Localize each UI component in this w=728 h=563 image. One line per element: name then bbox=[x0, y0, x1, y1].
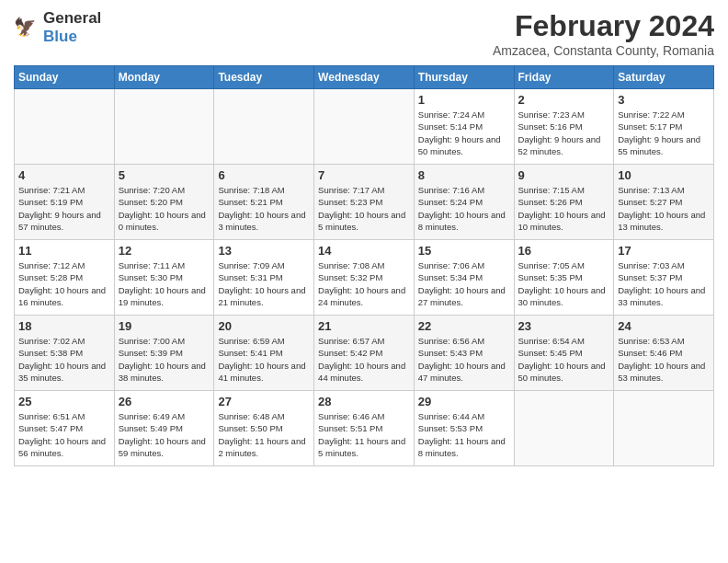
table-row: 12 Sunrise: 7:11 AM Sunset: 5:30 PM Dayl… bbox=[114, 240, 214, 316]
table-row: 5 Sunrise: 7:20 AM Sunset: 5:20 PM Dayli… bbox=[114, 165, 214, 240]
table-row: 25 Sunrise: 6:51 AM Sunset: 5:47 PM Dayl… bbox=[15, 391, 115, 466]
day-info: Sunrise: 7:12 AM Sunset: 5:28 PM Dayligh… bbox=[18, 259, 110, 308]
day-info: Sunrise: 7:24 AM Sunset: 5:14 PM Dayligh… bbox=[418, 109, 510, 157]
title-area: February 2024 Amzacea, Constanta County,… bbox=[493, 9, 714, 58]
table-row: 10 Sunrise: 7:13 AM Sunset: 5:27 PM Dayl… bbox=[614, 165, 714, 240]
day-info: Sunrise: 7:13 AM Sunset: 5:27 PM Dayligh… bbox=[618, 184, 710, 233]
day-number: 10 bbox=[618, 168, 710, 182]
day-number: 9 bbox=[518, 168, 610, 182]
table-row bbox=[314, 89, 415, 165]
day-number: 6 bbox=[218, 168, 310, 182]
calendar-row: 18 Sunrise: 7:02 AM Sunset: 5:38 PM Dayl… bbox=[15, 316, 714, 391]
day-info: Sunrise: 7:18 AM Sunset: 5:21 PM Dayligh… bbox=[218, 184, 310, 233]
col-tuesday: Tuesday bbox=[214, 66, 314, 89]
day-number: 20 bbox=[218, 319, 310, 333]
calendar-table: Sunday Monday Tuesday Wednesday Thursday… bbox=[14, 65, 714, 466]
day-info: Sunrise: 6:54 AM Sunset: 5:45 PM Dayligh… bbox=[518, 335, 610, 384]
table-row bbox=[214, 89, 314, 165]
day-number: 21 bbox=[318, 319, 410, 333]
logo-text: General bbox=[43, 9, 101, 28]
day-number: 27 bbox=[218, 395, 310, 408]
table-row: 4 Sunrise: 7:21 AM Sunset: 5:19 PM Dayli… bbox=[15, 165, 115, 240]
day-info: Sunrise: 6:44 AM Sunset: 5:53 PM Dayligh… bbox=[418, 410, 510, 459]
table-row: 8 Sunrise: 7:16 AM Sunset: 5:24 PM Dayli… bbox=[414, 165, 514, 240]
day-info: Sunrise: 7:03 AM Sunset: 5:37 PM Dayligh… bbox=[618, 259, 710, 308]
day-number: 25 bbox=[18, 395, 110, 408]
table-row: 18 Sunrise: 7:02 AM Sunset: 5:38 PM Dayl… bbox=[15, 316, 115, 391]
day-info: Sunrise: 7:20 AM Sunset: 5:20 PM Dayligh… bbox=[119, 184, 210, 233]
table-row: 6 Sunrise: 7:18 AM Sunset: 5:21 PM Dayli… bbox=[214, 165, 314, 240]
header-area: 🦅 General Blue February 2024 Amzacea, Co… bbox=[14, 9, 714, 58]
table-row: 27 Sunrise: 6:48 AM Sunset: 5:50 PM Dayl… bbox=[214, 391, 314, 466]
day-number: 19 bbox=[119, 319, 210, 333]
day-info: Sunrise: 7:11 AM Sunset: 5:30 PM Dayligh… bbox=[119, 259, 210, 308]
col-sunday: Sunday bbox=[15, 66, 115, 89]
day-number: 2 bbox=[518, 93, 610, 107]
day-info: Sunrise: 7:16 AM Sunset: 5:24 PM Dayligh… bbox=[418, 184, 510, 233]
table-row: 7 Sunrise: 7:17 AM Sunset: 5:23 PM Dayli… bbox=[314, 165, 415, 240]
table-row: 3 Sunrise: 7:22 AM Sunset: 5:17 PM Dayli… bbox=[614, 89, 714, 165]
day-info: Sunrise: 7:23 AM Sunset: 5:16 PM Dayligh… bbox=[518, 109, 610, 157]
table-row: 1 Sunrise: 7:24 AM Sunset: 5:14 PM Dayli… bbox=[414, 89, 514, 165]
day-info: Sunrise: 6:48 AM Sunset: 5:50 PM Dayligh… bbox=[218, 410, 310, 459]
day-number: 4 bbox=[18, 168, 110, 182]
day-number: 28 bbox=[318, 395, 410, 408]
day-info: Sunrise: 7:06 AM Sunset: 5:34 PM Dayligh… bbox=[418, 259, 510, 308]
day-number: 5 bbox=[119, 168, 210, 182]
day-number: 16 bbox=[518, 244, 610, 258]
day-number: 12 bbox=[119, 244, 210, 258]
day-number: 26 bbox=[119, 395, 210, 408]
table-row bbox=[614, 391, 714, 466]
table-row bbox=[15, 89, 115, 165]
calendar-row: 25 Sunrise: 6:51 AM Sunset: 5:47 PM Dayl… bbox=[15, 391, 714, 466]
table-row: 2 Sunrise: 7:23 AM Sunset: 5:16 PM Dayli… bbox=[514, 89, 614, 165]
main-container: 🦅 General Blue February 2024 Amzacea, Co… bbox=[0, 0, 728, 471]
table-row: 22 Sunrise: 6:56 AM Sunset: 5:43 PM Dayl… bbox=[414, 316, 514, 391]
logo-icon: 🦅 bbox=[14, 15, 40, 40]
calendar-row: 1 Sunrise: 7:24 AM Sunset: 5:14 PM Dayli… bbox=[15, 89, 714, 165]
table-row: 13 Sunrise: 7:09 AM Sunset: 5:31 PM Dayl… bbox=[214, 240, 314, 316]
table-row: 24 Sunrise: 6:53 AM Sunset: 5:46 PM Dayl… bbox=[614, 316, 714, 391]
table-row: 23 Sunrise: 6:54 AM Sunset: 5:45 PM Dayl… bbox=[514, 316, 614, 391]
table-row bbox=[514, 391, 614, 466]
day-info: Sunrise: 7:00 AM Sunset: 5:39 PM Dayligh… bbox=[119, 335, 210, 384]
day-number: 18 bbox=[18, 319, 110, 333]
table-row: 16 Sunrise: 7:05 AM Sunset: 5:35 PM Dayl… bbox=[514, 240, 614, 316]
day-info: Sunrise: 6:51 AM Sunset: 5:47 PM Dayligh… bbox=[18, 410, 110, 459]
location-title: Amzacea, Constanta County, Romania bbox=[493, 43, 714, 58]
day-number: 24 bbox=[618, 319, 710, 333]
day-number: 1 bbox=[418, 93, 510, 107]
day-info: Sunrise: 6:56 AM Sunset: 5:43 PM Dayligh… bbox=[418, 335, 510, 384]
day-number: 14 bbox=[318, 244, 410, 258]
day-info: Sunrise: 7:22 AM Sunset: 5:17 PM Dayligh… bbox=[618, 109, 710, 157]
col-saturday: Saturday bbox=[614, 66, 714, 89]
day-number: 8 bbox=[418, 168, 510, 182]
day-info: Sunrise: 6:49 AM Sunset: 5:49 PM Dayligh… bbox=[119, 410, 210, 459]
logo-text2: Blue bbox=[43, 28, 101, 46]
table-row: 29 Sunrise: 6:44 AM Sunset: 5:53 PM Dayl… bbox=[414, 391, 514, 466]
day-info: Sunrise: 7:17 AM Sunset: 5:23 PM Dayligh… bbox=[318, 184, 410, 233]
logo: 🦅 General Blue bbox=[14, 9, 101, 47]
day-number: 15 bbox=[418, 244, 510, 258]
day-number: 29 bbox=[418, 395, 510, 408]
table-row: 19 Sunrise: 7:00 AM Sunset: 5:39 PM Dayl… bbox=[114, 316, 214, 391]
day-info: Sunrise: 7:05 AM Sunset: 5:35 PM Dayligh… bbox=[518, 259, 610, 308]
col-wednesday: Wednesday bbox=[314, 66, 415, 89]
day-info: Sunrise: 7:15 AM Sunset: 5:26 PM Dayligh… bbox=[518, 184, 610, 233]
day-number: 7 bbox=[318, 168, 410, 182]
col-friday: Friday bbox=[514, 66, 614, 89]
header-row: Sunday Monday Tuesday Wednesday Thursday… bbox=[15, 66, 714, 89]
table-row: 20 Sunrise: 6:59 AM Sunset: 5:41 PM Dayl… bbox=[214, 316, 314, 391]
table-row: 21 Sunrise: 6:57 AM Sunset: 5:42 PM Dayl… bbox=[314, 316, 415, 391]
day-info: Sunrise: 7:09 AM Sunset: 5:31 PM Dayligh… bbox=[218, 259, 310, 308]
table-row: 28 Sunrise: 6:46 AM Sunset: 5:51 PM Dayl… bbox=[314, 391, 415, 466]
table-row: 14 Sunrise: 7:08 AM Sunset: 5:32 PM Dayl… bbox=[314, 240, 415, 316]
calendar-row: 11 Sunrise: 7:12 AM Sunset: 5:28 PM Dayl… bbox=[15, 240, 714, 316]
day-info: Sunrise: 6:46 AM Sunset: 5:51 PM Dayligh… bbox=[318, 410, 410, 459]
day-number: 13 bbox=[218, 244, 310, 258]
day-number: 17 bbox=[618, 244, 710, 258]
month-title: February 2024 bbox=[493, 9, 714, 43]
table-row: 26 Sunrise: 6:49 AM Sunset: 5:49 PM Dayl… bbox=[114, 391, 214, 466]
day-info: Sunrise: 7:08 AM Sunset: 5:32 PM Dayligh… bbox=[318, 259, 410, 308]
day-number: 11 bbox=[18, 244, 110, 258]
